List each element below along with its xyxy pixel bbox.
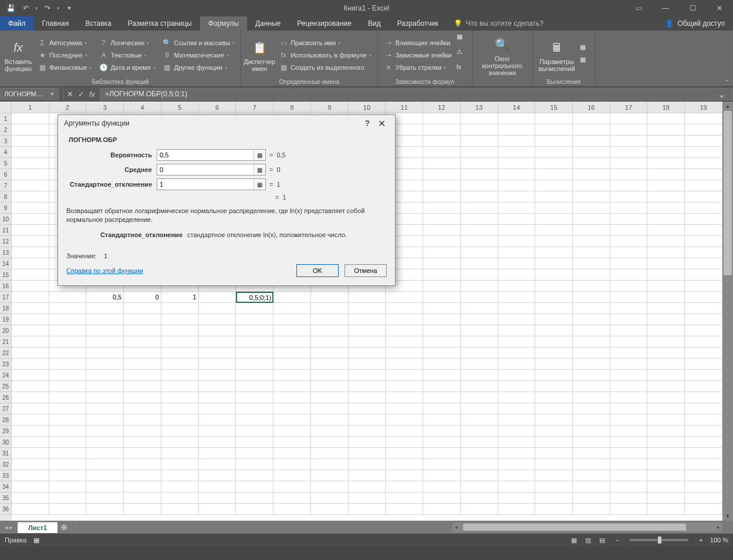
cell[interactable] xyxy=(423,247,461,258)
cell[interactable] xyxy=(386,292,423,303)
cell[interactable] xyxy=(610,269,648,281)
cell[interactable] xyxy=(573,180,610,191)
cell[interactable] xyxy=(12,370,49,381)
zoom-slider-thumb[interactable] xyxy=(658,537,661,544)
cell[interactable] xyxy=(573,392,610,403)
normal-view-icon[interactable]: ▦ xyxy=(568,535,580,545)
cell[interactable] xyxy=(311,470,349,481)
cell[interactable] xyxy=(273,448,311,459)
cell[interactable] xyxy=(423,414,461,426)
cell[interactable] xyxy=(610,292,648,303)
cell[interactable] xyxy=(199,481,237,492)
cell[interactable] xyxy=(610,247,648,258)
cell[interactable] xyxy=(535,113,573,124)
cell[interactable] xyxy=(573,504,610,515)
cell[interactable] xyxy=(12,147,49,158)
cell[interactable] xyxy=(535,426,573,437)
cell[interactable] xyxy=(535,124,573,136)
cell[interactable] xyxy=(86,459,124,470)
cell[interactable] xyxy=(647,370,685,381)
cell[interactable] xyxy=(647,203,685,214)
cell[interactable] xyxy=(610,203,648,214)
calc-sheet-icon[interactable]: ▦ xyxy=(580,56,592,68)
cell[interactable] xyxy=(124,392,161,403)
horizontal-scroll-thumb[interactable] xyxy=(463,524,686,531)
cell[interactable] xyxy=(423,258,461,269)
cell[interactable] xyxy=(423,426,461,437)
cell[interactable] xyxy=(349,414,386,426)
cell[interactable] xyxy=(423,459,461,470)
cell[interactable] xyxy=(423,481,461,492)
cell[interactable] xyxy=(124,448,161,459)
cell[interactable] xyxy=(535,225,573,236)
cell[interactable] xyxy=(610,414,648,426)
cell[interactable] xyxy=(685,459,722,470)
remove-arrows-button[interactable]: ✕Убрать стрелки ▾ xyxy=(381,62,454,73)
cell[interactable] xyxy=(461,158,498,169)
cell[interactable] xyxy=(86,437,124,448)
cell[interactable] xyxy=(461,359,498,370)
cell[interactable] xyxy=(535,247,573,258)
cell[interactable] xyxy=(461,147,498,158)
row-header[interactable]: 33 xyxy=(0,470,12,481)
cell[interactable] xyxy=(311,459,349,470)
cell[interactable] xyxy=(461,124,498,136)
cell[interactable] xyxy=(311,336,349,348)
cell[interactable] xyxy=(273,303,311,314)
cell[interactable] xyxy=(573,481,610,492)
cell[interactable] xyxy=(647,481,685,492)
cell[interactable] xyxy=(461,269,498,281)
row-header[interactable]: 8 xyxy=(0,191,12,203)
cell[interactable] xyxy=(498,303,536,314)
cell[interactable] xyxy=(273,359,311,370)
cell[interactable] xyxy=(461,180,498,191)
arg-input-probability[interactable] xyxy=(157,150,254,160)
cell[interactable] xyxy=(423,504,461,515)
cell[interactable] xyxy=(685,124,722,136)
cell[interactable] xyxy=(535,314,573,325)
collapse-ribbon-icon[interactable]: ⌃ xyxy=(725,79,729,85)
cell[interactable] xyxy=(12,470,49,481)
cell[interactable] xyxy=(12,426,49,437)
cell[interactable] xyxy=(573,258,610,269)
cell[interactable] xyxy=(49,492,87,504)
cell[interactable] xyxy=(535,448,573,459)
cell[interactable] xyxy=(647,359,685,370)
cell[interactable] xyxy=(12,158,49,169)
cell[interactable] xyxy=(12,348,49,359)
cell[interactable] xyxy=(685,225,722,236)
zoom-out-icon[interactable]: − xyxy=(616,537,619,544)
cell[interactable] xyxy=(610,281,648,292)
cell[interactable] xyxy=(685,281,722,292)
cell[interactable] xyxy=(498,348,536,359)
cell[interactable] xyxy=(498,225,536,236)
cell[interactable] xyxy=(535,381,573,392)
minimize-icon[interactable]: — xyxy=(652,0,679,16)
chevron-down-icon[interactable]: ▼ xyxy=(50,92,55,97)
cell[interactable] xyxy=(461,113,498,124)
cell[interactable] xyxy=(610,359,648,370)
cell[interactable] xyxy=(573,426,610,437)
cell[interactable]: 0 xyxy=(124,292,161,303)
cell[interactable] xyxy=(49,504,87,515)
column-header[interactable]: 4 xyxy=(124,102,161,113)
formula-input[interactable] xyxy=(100,88,733,100)
cell[interactable] xyxy=(236,414,273,426)
cell[interactable] xyxy=(311,481,349,492)
cell[interactable] xyxy=(12,504,49,515)
cell[interactable] xyxy=(461,225,498,236)
tab-formulas[interactable]: Формулы xyxy=(200,16,247,31)
cell[interactable] xyxy=(610,370,648,381)
row-header[interactable]: 32 xyxy=(0,459,12,470)
cell[interactable] xyxy=(573,314,610,325)
cell[interactable] xyxy=(349,348,386,359)
cell[interactable] xyxy=(49,359,87,370)
cell[interactable] xyxy=(685,258,722,269)
cell[interactable] xyxy=(610,481,648,492)
cell[interactable] xyxy=(423,392,461,403)
column-header[interactable]: 10 xyxy=(349,102,386,113)
cell[interactable] xyxy=(685,403,722,414)
cell[interactable] xyxy=(49,381,87,392)
cell[interactable] xyxy=(124,381,161,392)
row-header[interactable]: 5 xyxy=(0,158,12,169)
